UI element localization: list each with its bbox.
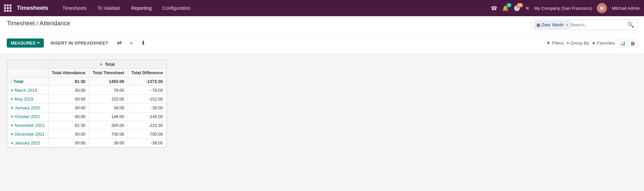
tag-remove-btn[interactable]: × — [565, 22, 568, 27]
menu-configuration[interactable]: Configuration — [158, 3, 195, 13]
row-expand-btn[interactable]: + — [11, 105, 13, 110]
cell-value: 146:00 — [89, 112, 128, 121]
cell-value: 81:30 — [48, 77, 89, 86]
transfer-icon-btn[interactable]: ⇄ — [115, 38, 124, 48]
clock-icon[interactable]: 🕐 30 — [514, 5, 520, 11]
filter-icon: ▼ — [546, 40, 551, 46]
measures-dropdown-arrow — [37, 42, 40, 44]
row-expand-btn[interactable]: + — [11, 132, 13, 137]
table-row: +May 201900:00152:00-152:00 — [7, 95, 166, 104]
tag-icon: ▦ — [536, 23, 540, 27]
top-menu: Timesheets To Validate Reporting Configu… — [58, 3, 488, 13]
breadcrumb: Timesheet / Attendance — [7, 20, 70, 27]
cell-value: 76:00 — [89, 86, 128, 95]
table-row: +March 201900:0076:00-76:00 — [7, 86, 166, 95]
close-icon[interactable]: ✕ — [525, 5, 529, 11]
star-icon: ★ — [592, 40, 596, 46]
cell-value: 38:00 — [89, 104, 128, 112]
table-row: +January 202200:0038:00-38:00 — [7, 139, 166, 147]
table-row: -Total81:301455:06-1373:36 — [7, 77, 166, 86]
menu-timesheets[interactable]: Timesheets — [58, 3, 91, 13]
cell-value: -700:06 — [128, 130, 166, 139]
table-view-btn[interactable]: ▦ — [628, 38, 637, 48]
menu-reporting[interactable]: Reporting — [126, 3, 156, 13]
row-label[interactable]: +January 2022 — [7, 139, 49, 147]
cell-value: 00:00 — [48, 86, 89, 95]
row-label[interactable]: +December 2021 — [7, 130, 49, 139]
cell-value: 700:06 — [89, 130, 128, 139]
notifications-badge: 9 — [506, 3, 512, 7]
row-expand-btn[interactable]: + — [11, 97, 13, 102]
search-input[interactable] — [571, 22, 627, 27]
total-expand-btn[interactable]: + — [100, 62, 102, 67]
total-col-header: + Total — [48, 60, 166, 69]
row-expand-btn[interactable]: + — [11, 123, 13, 128]
cell-value: 00:00 — [48, 112, 89, 121]
row-expand-btn[interactable]: + — [11, 140, 13, 145]
row-expand-btn[interactable]: + — [11, 88, 13, 93]
page-controls: Timesheet / Attendance ▦ Date: Month × 🔍… — [0, 16, 644, 54]
download-icon-btn[interactable]: ⬇ — [139, 38, 148, 48]
topnav-right-area: ☎ 🔔 9 🕐 30 ✕ My Company (San Francisco) … — [491, 3, 640, 13]
cell-value: -1373:36 — [128, 77, 166, 86]
row-expand-btn[interactable]: - — [11, 79, 12, 84]
page-controls-bottom: MEASURES INSERT IN SPREADSHEET ⇄ ＋ ⬇ ▼ F… — [7, 32, 637, 54]
favorites-button[interactable]: ★ Favorites — [592, 40, 615, 46]
cell-value: 152:00 — [89, 95, 128, 104]
search-tag-date[interactable]: ▦ Date: Month × — [534, 21, 571, 29]
col-header-total-timesheet: Total Timesheet — [89, 69, 128, 77]
phone-icon[interactable]: ☎ — [491, 5, 497, 11]
filters-button[interactable]: ▼ Filters — [546, 40, 564, 46]
clock-badge: 30 — [517, 3, 523, 7]
avatar[interactable]: M — [597, 3, 607, 13]
groupby-icon: ≡ — [566, 40, 569, 46]
cell-value: 00:00 — [48, 104, 89, 112]
app-title: Timesheets — [17, 5, 48, 11]
cell-value: -146:00 — [128, 112, 166, 121]
cell-value: -38:00 — [128, 104, 166, 112]
menu-to-validate[interactable]: To Validate — [93, 3, 125, 13]
filters-label: Filters — [552, 40, 564, 46]
chart-view-btn[interactable]: 📊 — [618, 38, 627, 48]
view-icons: 📊 ▦ — [618, 38, 637, 48]
total-row-label[interactable]: -Total — [7, 77, 49, 86]
total-header-label: Total — [105, 62, 115, 67]
col-header-label-0: Total Attendance — [52, 71, 86, 75]
col-header-label-2: Total Difference — [131, 71, 163, 75]
table-row: +October 202100:00146:00-146:00 — [7, 112, 166, 121]
row-label[interactable]: +March 2019 — [7, 86, 49, 95]
col-header-label-1: Total Timesheet — [93, 71, 124, 75]
main-content: + Total Total Attendance Total Timesheet… — [0, 54, 644, 191]
row-label[interactable]: +May 2019 — [7, 95, 49, 104]
notifications-icon[interactable]: 🔔 9 — [502, 5, 509, 11]
company-name[interactable]: My Company (San Francisco) — [534, 6, 592, 11]
groupby-label: Group By — [571, 40, 589, 46]
pivot-col-headers-row: Total Attendance Total Timesheet Total D… — [7, 69, 166, 77]
search-submit-icon[interactable]: 🔍 — [627, 21, 634, 28]
groupby-button[interactable]: ≡ Group By — [566, 40, 589, 46]
corner-header — [7, 60, 49, 69]
favorites-label: Favorites — [597, 40, 615, 46]
col-header-total-difference: Total Difference — [128, 69, 166, 77]
row-expand-btn[interactable]: + — [11, 114, 13, 119]
pivot-table: + Total Total Attendance Total Timesheet… — [7, 59, 167, 148]
cell-value: -223:30 — [128, 121, 166, 130]
measures-button[interactable]: MEASURES — [7, 38, 44, 48]
table-row: +November 202181:30305:00-223:30 — [7, 121, 166, 130]
cell-value: 00:00 — [48, 95, 89, 104]
add-icon-btn[interactable]: ＋ — [126, 38, 136, 48]
col-header-total-attendance: Total Attendance — [48, 69, 89, 77]
tag-label: Date: Month — [542, 23, 563, 27]
cell-value: 1455:06 — [89, 77, 128, 86]
row-label-header — [7, 69, 49, 77]
insert-spreadsheet-button[interactable]: INSERT IN SPREADSHEET — [47, 38, 113, 48]
app-grid-icon[interactable] — [4, 4, 11, 12]
user-name[interactable]: Mitchell Admin — [612, 6, 640, 11]
top-navigation: Timesheets Timesheets To Validate Report… — [0, 0, 644, 16]
row-label[interactable]: +October 2021 — [7, 112, 49, 121]
row-label[interactable]: +January 2020 — [7, 104, 49, 112]
cell-value: -38:00 — [128, 139, 166, 147]
cell-value: 38:00 — [89, 139, 128, 147]
row-label[interactable]: +November 2021 — [7, 121, 49, 130]
filter-options: ▼ Filters ≡ Group By ★ Favorites 📊 ▦ — [546, 38, 637, 48]
